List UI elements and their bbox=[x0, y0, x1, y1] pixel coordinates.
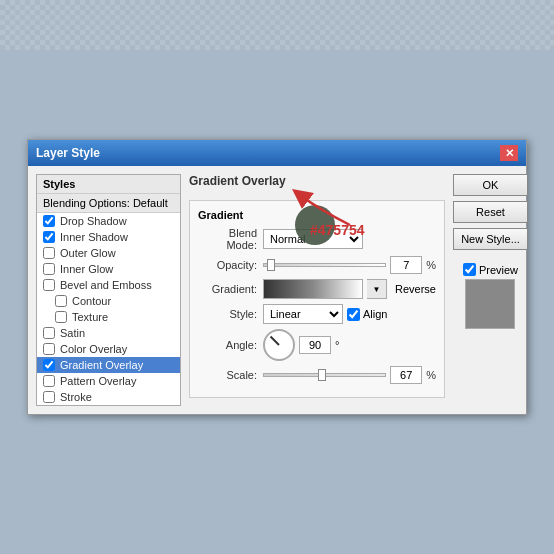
preview-row: Preview bbox=[463, 263, 518, 276]
opacity-row: Opacity: % bbox=[198, 256, 436, 274]
layer-style-dialog: Layer Style ✕ Styles Blending Options: D… bbox=[27, 139, 527, 415]
sidebar-item-pattern-overlay[interactable]: Pattern Overlay bbox=[37, 373, 180, 389]
pattern-overlay-checkbox[interactable] bbox=[43, 375, 55, 387]
sidebar-item-stroke[interactable]: Stroke bbox=[37, 389, 180, 405]
degree-symbol: ° bbox=[335, 339, 339, 351]
inner-shadow-checkbox[interactable] bbox=[43, 231, 55, 243]
scale-row: Scale: % bbox=[198, 366, 436, 384]
style-row: Style: Linear Radial Angle Align bbox=[198, 304, 436, 324]
style-select[interactable]: Linear Radial Angle bbox=[263, 304, 343, 324]
opacity-input[interactable] bbox=[390, 256, 422, 274]
style-control: Linear Radial Angle Align bbox=[263, 304, 436, 324]
angle-row: Angle: ° bbox=[198, 329, 436, 361]
gradient-control: ▼ Reverse bbox=[263, 279, 436, 299]
blend-mode-select[interactable]: Normal Dissolve Multiply bbox=[263, 229, 363, 249]
opacity-control: % bbox=[263, 256, 436, 274]
middle-panel: Gradient Overlay Gradient Blend Mode: No… bbox=[189, 174, 445, 406]
title-bar: Layer Style ✕ bbox=[28, 140, 526, 166]
satin-label: Satin bbox=[60, 327, 85, 339]
inner-shadow-label: Inner Shadow bbox=[60, 231, 128, 243]
scale-percent: % bbox=[426, 369, 436, 381]
reverse-label: Reverse bbox=[395, 283, 436, 295]
new-style-button[interactable]: New Style... bbox=[453, 228, 528, 250]
gradient-dropdown-arrow[interactable]: ▼ bbox=[367, 279, 387, 299]
styles-header: Styles bbox=[37, 175, 180, 194]
close-button[interactable]: ✕ bbox=[500, 145, 518, 161]
sidebar-item-contour[interactable]: Contour bbox=[37, 293, 180, 309]
opacity-slider-thumb[interactable] bbox=[267, 259, 275, 271]
gradient-bar[interactable] bbox=[263, 279, 363, 299]
sidebar-item-inner-shadow[interactable]: Inner Shadow bbox=[37, 229, 180, 245]
sidebar-item-texture[interactable]: Texture bbox=[37, 309, 180, 325]
angle-dial[interactable] bbox=[263, 329, 295, 361]
blend-mode-row: Blend Mode: Normal Dissolve Multiply bbox=[198, 227, 436, 251]
preview-label: Preview bbox=[479, 264, 518, 276]
texture-checkbox[interactable] bbox=[55, 311, 67, 323]
sub-section-title: Gradient bbox=[198, 209, 436, 221]
dialog-body: Styles Blending Options: Default Drop Sh… bbox=[28, 166, 526, 414]
opacity-slider-track[interactable] bbox=[263, 259, 386, 271]
opacity-percent: % bbox=[426, 259, 436, 271]
contour-label: Contour bbox=[72, 295, 111, 307]
gradient-label: Gradient: bbox=[198, 283, 263, 295]
opacity-label: Opacity: bbox=[198, 259, 263, 271]
sidebar-item-drop-shadow[interactable]: Drop Shadow bbox=[37, 213, 180, 229]
outer-glow-checkbox[interactable] bbox=[43, 247, 55, 259]
sidebar-item-color-overlay[interactable]: Color Overlay bbox=[37, 341, 180, 357]
gradient-overlay-checkbox[interactable] bbox=[43, 359, 55, 371]
pattern-overlay-label: Pattern Overlay bbox=[60, 375, 136, 387]
scale-input[interactable] bbox=[390, 366, 422, 384]
right-panel: OK Reset New Style... Preview bbox=[453, 174, 528, 406]
angle-label: Angle: bbox=[198, 339, 263, 351]
stroke-label: Stroke bbox=[60, 391, 92, 403]
gradient-row: Gradient: ▼ Reverse bbox=[198, 279, 436, 299]
contour-checkbox[interactable] bbox=[55, 295, 67, 307]
align-label-text: Align bbox=[363, 308, 387, 320]
scale-slider-thumb[interactable] bbox=[318, 369, 326, 381]
blend-mode-label: Blend Mode: bbox=[198, 227, 263, 251]
sidebar-item-gradient-overlay[interactable]: Gradient Overlay bbox=[37, 357, 180, 373]
align-layer-label: Align bbox=[347, 308, 387, 321]
color-overlay-label: Color Overlay bbox=[60, 343, 127, 355]
bevel-emboss-label: Bevel and Emboss bbox=[60, 279, 152, 291]
preview-checkbox[interactable] bbox=[463, 263, 476, 276]
align-layer-checkbox[interactable] bbox=[347, 308, 360, 321]
dialog-title: Layer Style bbox=[36, 146, 100, 160]
preview-section: Preview bbox=[453, 263, 528, 329]
left-panel: Styles Blending Options: Default Drop Sh… bbox=[36, 174, 181, 406]
color-overlay-checkbox[interactable] bbox=[43, 343, 55, 355]
angle-control: ° bbox=[263, 329, 436, 361]
gradient-sub-section: Gradient Blend Mode: Normal Dissolve Mul… bbox=[189, 200, 445, 398]
blending-header[interactable]: Blending Options: Default bbox=[37, 194, 180, 213]
bevel-emboss-checkbox[interactable] bbox=[43, 279, 55, 291]
sidebar-item-satin[interactable]: Satin bbox=[37, 325, 180, 341]
opacity-slider-bg bbox=[263, 263, 386, 267]
ok-button[interactable]: OK bbox=[453, 174, 528, 196]
drop-shadow-checkbox[interactable] bbox=[43, 215, 55, 227]
scale-label: Scale: bbox=[198, 369, 263, 381]
inner-glow-label: Inner Glow bbox=[60, 263, 113, 275]
preview-box bbox=[465, 279, 515, 329]
outer-glow-label: Outer Glow bbox=[60, 247, 116, 259]
section-title: Gradient Overlay bbox=[189, 174, 445, 188]
desktop: Layer Style ✕ Styles Blending Options: D… bbox=[0, 0, 554, 554]
style-label: Style: bbox=[198, 308, 263, 320]
inner-glow-checkbox[interactable] bbox=[43, 263, 55, 275]
blend-mode-control: Normal Dissolve Multiply bbox=[263, 229, 436, 249]
scale-slider-track[interactable] bbox=[263, 369, 386, 381]
satin-checkbox[interactable] bbox=[43, 327, 55, 339]
stroke-checkbox[interactable] bbox=[43, 391, 55, 403]
texture-label: Texture bbox=[72, 311, 108, 323]
sidebar-item-bevel-emboss[interactable]: Bevel and Emboss bbox=[37, 277, 180, 293]
sidebar-item-outer-glow[interactable]: Outer Glow bbox=[37, 245, 180, 261]
gradient-overlay-label: Gradient Overlay bbox=[60, 359, 143, 371]
scale-control: % bbox=[263, 366, 436, 384]
sidebar-item-inner-glow[interactable]: Inner Glow bbox=[37, 261, 180, 277]
angle-input[interactable] bbox=[299, 336, 331, 354]
drop-shadow-label: Drop Shadow bbox=[60, 215, 127, 227]
reset-button[interactable]: Reset bbox=[453, 201, 528, 223]
